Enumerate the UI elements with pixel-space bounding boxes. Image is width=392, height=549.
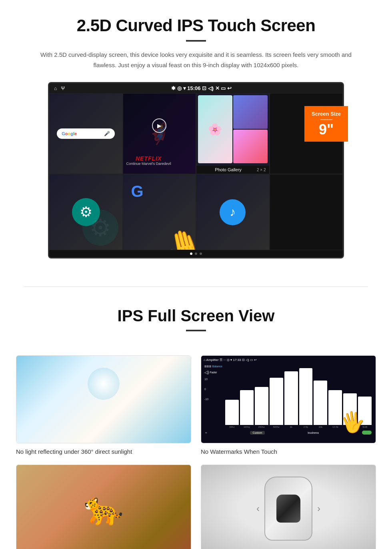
netflix-sub-text: Continue Marvel's Daredevil bbox=[126, 162, 171, 166]
amp-scale: 10 0 -10 bbox=[204, 378, 223, 401]
eq-bar-1k bbox=[284, 371, 298, 425]
app-grid-row1: Google 🎤 Google 3 × 1 🦸 bbox=[49, 93, 343, 174]
cheetah-image-box: 🐆 bbox=[16, 465, 191, 549]
amp-balance-label: ≡≡≡ Balance bbox=[204, 364, 223, 369]
cheetah-icon: 🐆 bbox=[84, 490, 124, 527]
sunlight-bg bbox=[16, 356, 191, 443]
photo-gallery-widget: 🌸 bbox=[196, 94, 269, 166]
amp-mode: Custom bbox=[250, 431, 264, 435]
feature-amplifier: ⌂ Amplifier ☰ ··· ◎ ▾ 17:33 ⊡ ◁) ▭ ↩ ≡≡≡… bbox=[201, 355, 376, 455]
netflix-brand-text: NETFLIX bbox=[126, 155, 171, 162]
eq-bar-100hz bbox=[240, 390, 254, 425]
sun-glow bbox=[88, 368, 120, 400]
badge-size: 9" bbox=[312, 122, 341, 137]
eq-bar-60hz bbox=[225, 400, 239, 425]
screen-size-badge: Screen Size 9" bbox=[304, 106, 348, 142]
google-widget-cell: Google 🎤 Google 3 × 1 bbox=[49, 93, 123, 174]
sunlight-image-box bbox=[16, 355, 191, 443]
netflix-label: NETFLIX Continue Marvel's Daredevil bbox=[126, 155, 171, 166]
android-screen: ⌂ Ψ ✱ ◎ ▾ 15:06 ⊡ ◁) ✕ ▭ ↩ bbox=[48, 82, 344, 258]
amp-prev-icon: ‹‹ bbox=[205, 431, 207, 434]
amp-home-icon: ⌂ Amplifier ☰ ··· ◎ ▾ 17:33 ⊡ ◁) ▭ ↩ bbox=[204, 358, 257, 362]
empty-cell-bottom bbox=[270, 174, 343, 250]
feature-car: ‹ › Large Viewing Angle bbox=[201, 465, 376, 549]
eq-bar-200hz bbox=[255, 387, 268, 425]
amp-status-bar: ⌂ Amplifier ☰ ··· ◎ ▾ 17:33 ⊡ ◁) ▭ ↩ bbox=[204, 358, 373, 362]
eq-200hz: 200hz bbox=[255, 365, 268, 428]
car-body bbox=[264, 477, 312, 541]
cheetah-bg: 🐆 bbox=[16, 465, 191, 549]
dot-2 bbox=[195, 252, 197, 255]
settings-cell: ⚙ ⚙ Settings shortcut 1 × 1 bbox=[49, 174, 123, 250]
usb-icon: Ψ bbox=[61, 86, 65, 91]
amp-content: ≡≡≡ Balance ◁) Fader 10 0 -10 bbox=[204, 363, 373, 430]
badge-divider bbox=[320, 119, 332, 120]
amplifier-screen: ⌂ Amplifier ☰ ··· ◎ ▾ 17:33 ⊡ ◁) ▭ ↩ ≡≡≡… bbox=[201, 356, 376, 443]
section1-title: 2.5D Curved IPS Touch Screen bbox=[24, 16, 368, 35]
netflix-widget-cell: 🦸 ▶ NETFLIX Continue Marvel's Daredevil … bbox=[123, 93, 196, 174]
feature-cheetah: 🐆 Super Fast Response bbox=[16, 465, 191, 549]
eq-bar-10k bbox=[314, 381, 327, 425]
photo-main: 🌸 bbox=[198, 95, 232, 163]
feature-sunlight: No light reflecting under 360° direct su… bbox=[16, 355, 191, 455]
home-icon: ⌂ bbox=[54, 86, 57, 91]
car-arrow-left-icon: ‹ bbox=[256, 503, 260, 514]
music-note-icon: ♪ bbox=[220, 199, 246, 225]
photo-thumb-1 bbox=[233, 95, 268, 129]
photo-thumb-2 bbox=[233, 130, 268, 163]
title-underline bbox=[186, 40, 206, 42]
hand-icon: 🤚 bbox=[160, 224, 196, 250]
google-search-bar[interactable]: Google 🎤 bbox=[57, 128, 115, 139]
eq-bar-500hz bbox=[270, 378, 283, 425]
android-screen-wrapper: ⌂ Ψ ✱ ◎ ▾ 15:06 ⊡ ◁) ✕ ▭ ↩ bbox=[48, 82, 344, 258]
section1-curved-screen: 2.5D Curved IPS Touch Screen With 2.5D c… bbox=[0, 0, 392, 270]
sunlight-caption: No light reflecting under 360° direct su… bbox=[16, 448, 191, 455]
amp-left-panel: ≡≡≡ Balance ◁) Fader 10 0 -10 bbox=[204, 363, 224, 430]
photo-grid-size: 2 × 2 bbox=[257, 168, 266, 172]
amplifier-caption: No Watermarks When Touch bbox=[201, 448, 376, 455]
pager-dots bbox=[49, 250, 343, 257]
eq-60hz: 60hz bbox=[225, 365, 239, 428]
status-time: ✱ ◎ ▾ 15:06 ⊡ ◁) ✕ ▭ ↩ bbox=[171, 85, 232, 91]
amp-toggle[interactable] bbox=[362, 431, 372, 435]
amp-loudness: loudness bbox=[308, 431, 319, 434]
netflix-bg: 🦸 ▶ NETFLIX Continue Marvel's Daredevil bbox=[123, 94, 196, 174]
eq-10k: 10k bbox=[314, 365, 327, 428]
status-bar: ⌂ Ψ ✱ ◎ ▾ 15:06 ⊡ ◁) ✕ ▭ ↩ bbox=[49, 83, 343, 93]
eq-100hz: 100hz bbox=[240, 365, 254, 428]
eq-1k: 1k bbox=[284, 365, 298, 428]
section2-ips: IPS Full Screen View bbox=[0, 303, 392, 347]
g-logo: G bbox=[131, 182, 144, 200]
section2-title: IPS Full Screen View bbox=[24, 307, 368, 325]
share-widget: G 🤚 bbox=[123, 174, 196, 250]
section1-description: With 2.5D curved-display screen, this de… bbox=[40, 50, 352, 70]
app-grid-row2: ⚙ ⚙ Settings shortcut 1 × 1 G 🤚 S bbox=[49, 174, 343, 250]
status-left-icons: ⌂ Ψ bbox=[54, 86, 65, 91]
google-widget: Google 🎤 bbox=[50, 94, 122, 174]
sound-widget: ♪ bbox=[196, 174, 269, 250]
car-bg: ‹ › bbox=[201, 465, 376, 549]
shadow-gear: ⚙ bbox=[82, 210, 118, 246]
car-overhead: ‹ › bbox=[264, 477, 312, 541]
eq-bar-2-5k bbox=[299, 368, 313, 425]
dot-3 bbox=[200, 252, 202, 255]
mic-icon: 🎤 bbox=[104, 131, 110, 136]
share-location-cell: G 🤚 Share location 1 × 1 bbox=[123, 174, 196, 250]
photo-gallery-cell: 🌸 Photo Gallery 2 × 2 bbox=[196, 93, 270, 174]
dot-1 bbox=[190, 252, 192, 255]
bluetooth-icon: ✱ ◎ ▾ bbox=[171, 85, 186, 91]
feature-grid: No light reflecting under 360° direct su… bbox=[0, 347, 392, 549]
badge-title: Screen Size bbox=[312, 111, 341, 117]
photo-widget: 🌸 bbox=[196, 94, 269, 166]
play-button[interactable]: ▶ bbox=[152, 118, 166, 133]
car-image-box: ‹ › bbox=[201, 465, 376, 549]
amp-fader-label: ◁) Fader bbox=[204, 370, 223, 375]
car-roof bbox=[276, 495, 300, 523]
section2-underline bbox=[186, 330, 206, 331]
settings-widget: ⚙ ⚙ bbox=[50, 174, 122, 250]
amp-equalizer: 60hz 100hz 200hz 500hz bbox=[224, 363, 373, 430]
photo-label-text: Photo Gallery bbox=[200, 167, 257, 172]
netflix-widget: 🦸 ▶ NETFLIX Continue Marvel's Daredevil bbox=[123, 94, 196, 174]
amplifier-image-box: ⌂ Amplifier ☰ ··· ◎ ▾ 17:33 ⊡ ◁) ▭ ↩ ≡≡≡… bbox=[201, 355, 376, 443]
section-divider bbox=[24, 287, 368, 287]
